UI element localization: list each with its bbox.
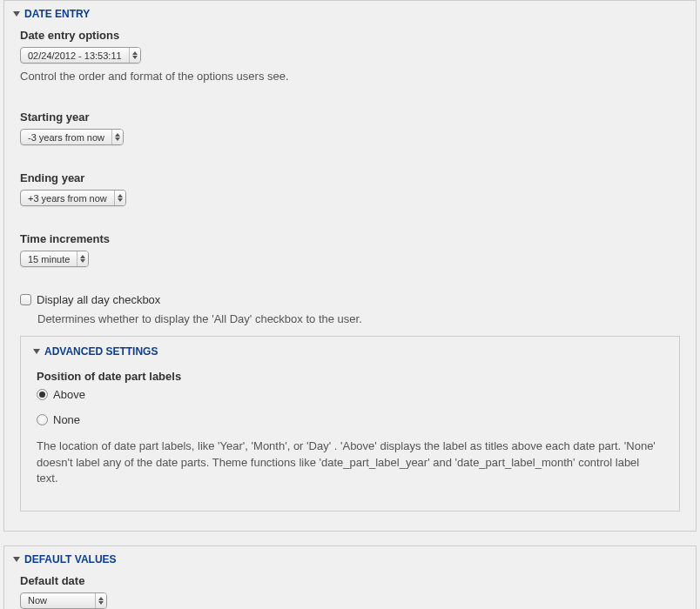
date-entry-options-description: Control the order and format of the opti… [20,69,680,84]
position-labels-description: The location of date part labels, like '… [37,438,663,486]
time-increments-label: Time increments [20,232,680,245]
display-all-day-label[interactable]: Display all day checkbox [37,293,160,306]
time-increments-select[interactable]: 15 minute [20,251,89,267]
ending-year-item: Ending year +3 years from now [20,171,680,206]
select-arrows-icon [77,251,88,266]
advanced-settings-legend-text: ADVANCED SETTINGS [44,345,158,358]
radio-above[interactable] [37,389,48,400]
date-entry-legend-text: DATE ENTRY [24,8,90,20]
default-date-select[interactable]: Now [20,592,107,609]
starting-year-value: -3 years from now [21,132,111,143]
date-entry-options-item: Date entry options 02/24/2012 - 13:53:11… [20,29,680,84]
radio-none-label[interactable]: None [53,413,80,426]
ending-year-select[interactable]: +3 years from now [20,190,126,206]
default-date-label: Default date [20,574,680,587]
advanced-settings-body: Position of date part labels Above None … [21,370,679,511]
starting-year-label: Starting year [20,110,680,124]
select-arrows-icon [114,191,125,205]
display-all-day-item: Display all day checkbox Determines whet… [20,293,680,327]
default-values-legend[interactable]: DEFAULT VALUES [4,546,696,574]
date-entry-legend[interactable]: DATE ENTRY [4,1,696,29]
radio-above-label[interactable]: Above [53,388,85,401]
advanced-settings-fieldset: ADVANCED SETTINGS Position of date part … [20,336,680,512]
date-entry-options-label: Date entry options [20,29,680,42]
time-increments-item: Time increments 15 minute [20,232,680,267]
display-all-day-description: Determines whether to display the 'All D… [37,311,680,327]
position-labels-item: Position of date part labels Above None … [37,370,663,486]
default-values-body: Default date Now [4,574,696,609]
date-entry-options-value: 02/24/2012 - 13:53:11 [21,50,129,61]
starting-year-item: Starting year -3 years from now [20,110,680,145]
chevron-down-icon [13,11,20,17]
chevron-down-icon [13,557,20,562]
ending-year-value: +3 years from now [21,193,114,204]
default-date-value: Now [21,595,95,606]
date-entry-body: Date entry options 02/24/2012 - 13:53:11… [4,29,696,531]
starting-year-select[interactable]: -3 years from now [20,129,124,145]
date-entry-options-select[interactable]: 02/24/2012 - 13:53:11 [20,47,141,64]
date-entry-fieldset: DATE ENTRY Date entry options 02/24/2012… [3,0,697,532]
display-all-day-checkbox[interactable] [20,294,31,305]
display-all-day-checkbox-wrap: Display all day checkbox [20,293,680,306]
select-arrows-icon [129,48,140,63]
default-values-fieldset: DEFAULT VALUES Default date Now [3,545,697,609]
chevron-down-icon [33,349,40,354]
ending-year-label: Ending year [20,171,680,184]
select-arrows-icon [95,593,106,608]
time-increments-value: 15 minute [21,254,77,264]
position-labels-label: Position of date part labels [37,370,663,383]
radio-above-wrap: Above [37,388,663,401]
advanced-settings-legend[interactable]: ADVANCED SETTINGS [21,337,679,370]
default-date-item: Default date Now [20,574,680,609]
select-arrows-icon [111,130,123,144]
radio-none[interactable] [37,414,48,425]
default-values-legend-text: DEFAULT VALUES [24,553,117,566]
radio-none-wrap: None [37,413,663,426]
